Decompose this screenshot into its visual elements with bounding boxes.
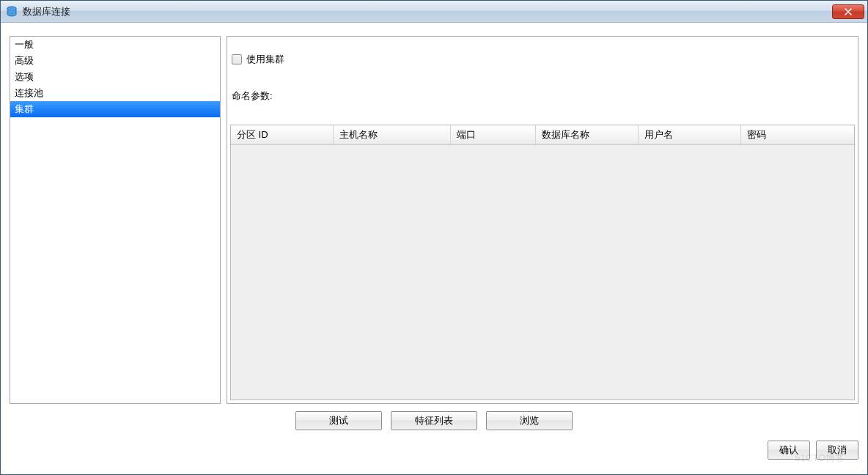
ok-button[interactable]: 确认 bbox=[768, 441, 810, 460]
dialog-window: 数据库连接 一般 高级 选项 连接池 集群 使用集群 命名参数: bbox=[0, 0, 868, 475]
use-cluster-label: 使用集群 bbox=[246, 53, 284, 66]
action-button-row: 测试 特征列表 浏览 bbox=[10, 404, 858, 435]
close-button[interactable] bbox=[832, 4, 864, 19]
sidebar-item-options[interactable]: 选项 bbox=[10, 69, 220, 85]
browse-button[interactable]: 浏览 bbox=[486, 411, 573, 430]
content-area: 一般 高级 选项 连接池 集群 使用集群 命名参数: 分区 ID 主机名称 端口 bbox=[1, 23, 867, 474]
col-hostname[interactable]: 主机名称 bbox=[334, 125, 451, 144]
col-username[interactable]: 用户名 bbox=[639, 125, 741, 144]
use-cluster-checkbox[interactable] bbox=[232, 54, 242, 65]
window-title: 数据库连接 bbox=[23, 5, 70, 18]
sidebar-item-advanced[interactable]: 高级 bbox=[10, 53, 220, 69]
params-table: 分区 ID 主机名称 端口 数据库名称 用户名 密码 bbox=[230, 125, 855, 400]
close-icon bbox=[844, 8, 853, 15]
use-cluster-row: 使用集群 bbox=[230, 53, 855, 66]
sidebar-item-cluster[interactable]: 集群 bbox=[10, 101, 220, 117]
col-dbname[interactable]: 数据库名称 bbox=[536, 125, 639, 144]
main-row: 一般 高级 选项 连接池 集群 使用集群 命名参数: 分区 ID 主机名称 端口 bbox=[10, 36, 858, 404]
named-params-label: 命名参数: bbox=[230, 89, 855, 103]
col-port[interactable]: 端口 bbox=[451, 125, 536, 144]
cluster-panel: 使用集群 命名参数: 分区 ID 主机名称 端口 数据库名称 用户名 密码 bbox=[227, 36, 858, 404]
table-header: 分区 ID 主机名称 端口 数据库名称 用户名 密码 bbox=[231, 125, 854, 145]
col-password[interactable]: 密码 bbox=[741, 125, 844, 144]
sidebar-item-general[interactable]: 一般 bbox=[10, 37, 220, 53]
cancel-button[interactable]: 取消 bbox=[816, 441, 858, 460]
features-button[interactable]: 特征列表 bbox=[391, 411, 477, 430]
dialog-button-row: 确认 取消 bbox=[10, 435, 858, 460]
table-body[interactable] bbox=[231, 145, 854, 399]
sidebar-item-pooling[interactable]: 连接池 bbox=[10, 85, 220, 101]
titlebar: 数据库连接 bbox=[1, 1, 867, 23]
test-button[interactable]: 测试 bbox=[295, 411, 382, 430]
database-icon bbox=[5, 5, 18, 18]
col-partition-id[interactable]: 分区 ID bbox=[231, 125, 334, 144]
sidebar-list[interactable]: 一般 高级 选项 连接池 集群 bbox=[10, 36, 221, 404]
